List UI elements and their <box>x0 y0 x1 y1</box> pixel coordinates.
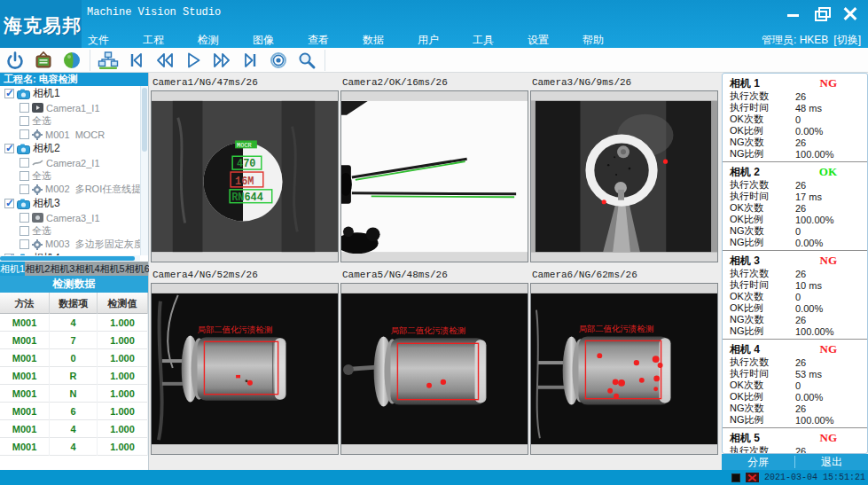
network-icon[interactable] <box>98 50 119 71</box>
checkbox[interactable] <box>20 213 29 223</box>
tree-camera2-module[interactable]: M002 多ROI任意线提 <box>0 183 148 196</box>
camera6-image[interactable]: 局部二值化污渍检测 <box>530 283 718 455</box>
cell-method: M001 <box>0 385 50 403</box>
clock-timestamp: 2021-03-04 15:51:21 <box>764 470 865 485</box>
menu-item-settings[interactable]: 设置 <box>528 33 549 48</box>
scrollbar-thumb[interactable] <box>0 256 135 261</box>
tab-camera-6[interactable]: 相机6 <box>125 262 150 276</box>
tab-camera-5[interactable]: 相机5 <box>100 262 125 276</box>
table-row[interactable]: M00141.000 <box>0 438 148 456</box>
camera3-image[interactable] <box>530 90 718 262</box>
checkbox-checked[interactable] <box>4 199 14 208</box>
checkbox[interactable] <box>20 158 29 168</box>
camera2-image[interactable] <box>340 90 528 262</box>
tab-camera-2[interactable]: 相机2 <box>25 262 50 276</box>
tree-camera-1[interactable]: 相机1 <box>0 86 148 101</box>
last-frame-icon[interactable] <box>239 50 261 71</box>
split-screen-button[interactable]: 分屏 <box>722 454 794 470</box>
tree-camera3-capture[interactable]: Camera3_I1 <box>0 211 148 224</box>
tree-camera2-select-all[interactable]: 全选 <box>0 169 148 183</box>
first-frame-icon[interactable] <box>126 50 147 71</box>
error-indicator-icon[interactable] <box>746 473 759 482</box>
tab-camera-1[interactable]: 相机1 <box>0 262 25 276</box>
close-button[interactable] <box>843 7 857 20</box>
table-row[interactable]: M00141.000 <box>0 420 148 438</box>
stop-indicator-icon[interactable] <box>731 473 740 482</box>
menu-item-view[interactable]: 查看 <box>308 33 329 48</box>
lead-trace-overlay <box>371 196 514 197</box>
menu-item-inspect[interactable]: 检测 <box>198 33 219 48</box>
status-badge: NG <box>820 431 838 445</box>
preorder-sign-icon[interactable] <box>33 50 54 71</box>
table-row[interactable]: M001N1.000 <box>0 385 148 403</box>
checkbox[interactable] <box>20 129 29 139</box>
search-icon[interactable] <box>296 50 317 71</box>
camera4-image[interactable]: 局部二值化污渍检测 <box>151 283 339 455</box>
tree-vertical-scrollbar[interactable] <box>140 86 148 255</box>
camera5-image[interactable]: 局部二值化污渍检测 <box>340 283 528 455</box>
checkbox[interactable] <box>20 239 29 249</box>
checkbox[interactable] <box>20 116 29 126</box>
switch-user-link[interactable]: [切换] <box>833 33 861 48</box>
admin-label: 管理员: HKEB <box>762 33 828 48</box>
status-badge: NG <box>820 76 838 90</box>
tree-horizontal-scrollbar[interactable] <box>0 255 140 262</box>
tree-label: M003 多边形固定灰度 <box>45 238 144 251</box>
tree-camera-2[interactable]: 相机2 <box>0 141 148 156</box>
power-icon[interactable] <box>4 50 26 71</box>
table-row[interactable]: M001R1.000 <box>0 367 148 385</box>
menu-item-project[interactable]: 工程 <box>143 33 164 48</box>
scrollbar-thumb[interactable] <box>142 88 147 152</box>
tree-camera3-module[interactable]: M003 多边形固定灰度 <box>0 238 148 251</box>
table-row[interactable]: M00141.000 <box>0 314 148 332</box>
checkbox[interactable] <box>20 171 29 181</box>
table-row[interactable]: M00101.000 <box>0 349 148 367</box>
stain-inspection-label: 局部二值化污渍检测 <box>390 325 465 335</box>
project-tree: 相机1 Camera1_I1 全选 M001 MOCR 相机2 <box>0 86 148 262</box>
tree-camera1-module[interactable]: M001 MOCR <box>0 128 148 141</box>
stat-label: NG比例 <box>730 147 795 160</box>
record-icon[interactable] <box>268 50 289 71</box>
cell-value: 1.000 <box>98 332 148 349</box>
previous-frame-icon[interactable] <box>154 50 176 71</box>
tree-camera1-capture[interactable]: Camera1_I1 <box>0 101 148 114</box>
table-row[interactable]: M00161.000 <box>0 403 148 420</box>
checkbox-checked[interactable] <box>4 89 14 98</box>
play-icon[interactable] <box>183 50 204 71</box>
stats-camera-name: 相机 4 <box>730 342 760 357</box>
machine-vision-studio-window: 海克易邦 Machine Vision Studio 文件 工程 检测 图像 查… <box>0 0 868 485</box>
camera1-image[interactable]: MOCR 470 16M RN644 <box>151 90 339 262</box>
table-row[interactable]: M00171.000 <box>0 332 148 349</box>
checkbox[interactable] <box>20 103 29 113</box>
eco-globe-icon[interactable] <box>61 50 82 71</box>
menu-item-image[interactable]: 图像 <box>253 33 274 48</box>
tree-camera2-capture[interactable]: Camera2_I1 <box>0 156 148 169</box>
tree-camera3-select-all[interactable]: 全选 <box>0 224 148 238</box>
ocr-text-2: 16M <box>235 176 254 188</box>
defect-dot <box>602 199 606 204</box>
brand-logo: 海克易邦 <box>4 13 82 38</box>
menu-item-data[interactable]: 数据 <box>363 33 384 48</box>
tab-camera-3[interactable]: 相机3 <box>50 262 74 276</box>
tree-camera1-select-all[interactable]: 全选 <box>0 114 148 128</box>
title-bar: 海克易邦 Machine Vision Studio 文件 工程 检测 图像 查… <box>0 0 868 48</box>
minimize-button[interactable] <box>786 7 801 20</box>
camera-view-label: Camera1/NG/47ms/26 <box>151 74 339 90</box>
menu-item-tools[interactable]: 工具 <box>473 33 494 48</box>
tree-camera-3[interactable]: 相机3 <box>0 196 148 211</box>
camera-tab-bar: 相机1 相机2 相机3 相机4 相机5 相机6 <box>0 262 148 276</box>
camera-view-label: Camera5/NG/48ms/26 <box>340 267 528 283</box>
next-frame-icon[interactable] <box>211 50 232 71</box>
menu-item-file[interactable]: 文件 <box>88 33 109 48</box>
checkbox[interactable] <box>20 226 29 236</box>
camera-view-label: Camera3/NG/9ms/26 <box>530 74 718 90</box>
exit-button[interactable]: 退出 <box>795 454 868 470</box>
camera-view-5: Camera5/NG/48ms/26 局部二值化污渍检测 <box>340 267 528 455</box>
capacitor-body <box>578 336 669 404</box>
restore-button[interactable] <box>815 7 829 20</box>
menu-item-user[interactable]: 用户 <box>418 33 439 48</box>
checkbox[interactable] <box>20 184 29 194</box>
checkbox-checked[interactable] <box>4 144 14 153</box>
menu-item-help[interactable]: 帮助 <box>583 33 604 48</box>
tab-camera-4[interactable]: 相机4 <box>74 262 99 276</box>
